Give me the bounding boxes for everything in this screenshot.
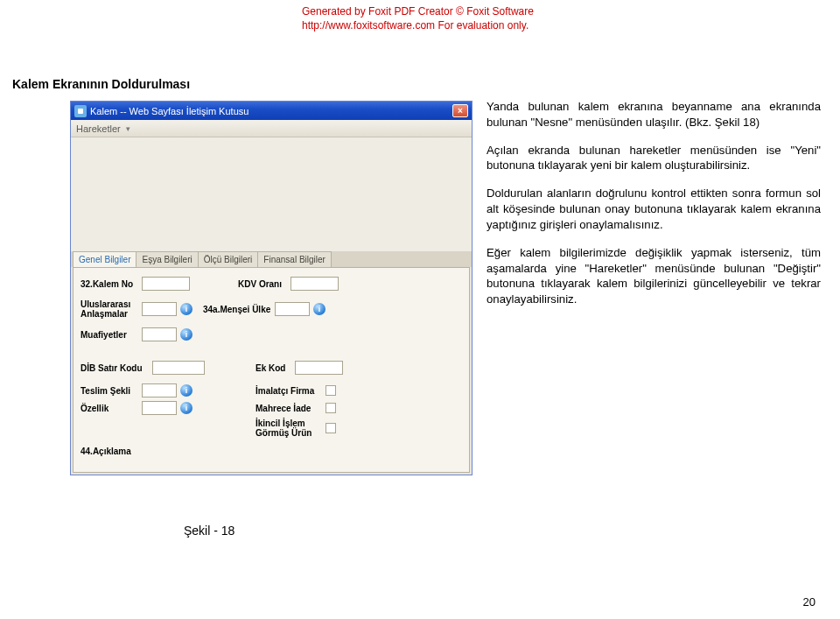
field-dib[interactable] (152, 361, 205, 375)
watermark-line2b: For evaluation only. (435, 19, 528, 32)
field-kalem-no[interactable] (142, 277, 190, 291)
info-icon[interactable]: i (180, 303, 192, 315)
tab-bar: Genel Bilgiler Eşya Bilgileri Ölçü Bilgi… (71, 251, 472, 267)
field-kdv-orani[interactable] (290, 277, 339, 291)
field-muafiyetler[interactable] (142, 327, 177, 341)
watermark-line1a: Generated by Foxit PDF Creator (302, 5, 456, 18)
label-ekkod: Ek Kod (256, 363, 295, 373)
watermark-link: http://www.foxitsoftware.com (302, 19, 435, 32)
tab-genel-bilgiler[interactable]: Genel Bilgiler (73, 251, 136, 267)
label-ozellik: Özellik (80, 404, 142, 413)
checkbox-imalatci[interactable] (326, 385, 336, 396)
description-text: Yanda bulunan kalem ekranına beyanname a… (486, 99, 821, 320)
info-icon[interactable]: i (180, 402, 192, 414)
dialog-upper-area (71, 137, 472, 251)
label-kalem-no: 32.Kalem No (80, 279, 142, 289)
tab-esya-bilgileri[interactable]: Eşya Bilgileri (136, 251, 198, 267)
info-icon[interactable]: i (313, 303, 326, 315)
info-icon[interactable]: i (180, 328, 192, 341)
checkbox-mahrece[interactable] (326, 403, 336, 413)
dialog-title: Kalem -- Web Sayfası İletişim Kutusu (90, 106, 248, 116)
chevron-down-icon: ▾ (126, 124, 130, 133)
label-aciklama: 44.Açıklama (80, 447, 142, 456)
tab-olcu-bilgileri[interactable]: Ölçü Bilgileri (198, 251, 259, 267)
info-icon[interactable]: i (180, 384, 192, 397)
kalem-dialog: Kalem -- Web Sayfası İletişim Kutusu × H… (70, 101, 472, 475)
close-icon: × (458, 106, 463, 116)
figure-caption: Şekil - 18 (184, 524, 234, 538)
label-ikincil: İkincil İşlem Görmüş Ürün (256, 419, 326, 438)
watermark-line1b: © Foxit Software (456, 5, 534, 18)
field-teslim[interactable] (142, 383, 177, 397)
field-mensei[interactable] (275, 302, 310, 316)
dialog-titlebar[interactable]: Kalem -- Web Sayfası İletişim Kutusu × (71, 102, 472, 120)
field-ozellik[interactable] (142, 401, 177, 415)
label-teslim: Teslim Şekli (80, 386, 142, 396)
label-dib: DİB Satır Kodu (80, 363, 152, 373)
field-ekkod[interactable] (295, 361, 343, 375)
form-panel: 32.Kalem No KDV Oranı Uluslararası Anlaş… (73, 267, 470, 473)
page-number: 20 (803, 595, 816, 608)
paragraph-1: Yanda bulunan kalem ekranına beyanname a… (486, 99, 821, 130)
dialog-menubar: Hareketler ▾ (71, 120, 472, 137)
label-imalatci: İmalatçı Firma (256, 386, 326, 396)
close-button[interactable]: × (452, 104, 468, 117)
paragraph-2: Açılan ekranda bulunan hareketler menüsü… (486, 143, 821, 174)
label-kdv-orani: KDV Oranı (238, 279, 290, 289)
label-uluslararasi: Uluslararası Anlaşmalar (80, 299, 142, 319)
checkbox-ikincil[interactable] (326, 423, 336, 433)
app-icon (74, 105, 87, 117)
menu-hareketler[interactable]: Hareketler (76, 123, 121, 134)
paragraph-3: Doldurulan alanların doğrulunu kontrol e… (486, 186, 821, 232)
label-mahrece: Mahrece İade (256, 404, 326, 413)
pdf-watermark: Generated by Foxit PDF Creator © Foxit S… (302, 5, 534, 32)
tab-finansal-bilgiler[interactable]: Finansal Bilgiler (257, 251, 332, 267)
field-uluslararasi[interactable] (142, 302, 177, 316)
paragraph-4: Eğer kalem bilgilerimizde değişiklik yap… (486, 245, 821, 307)
label-mensei: 34a.Menşei Ülke (203, 305, 275, 314)
label-muafiyetler: Muafiyetler (80, 330, 142, 340)
section-heading: Kalem Ekranının Doldurulması (12, 77, 190, 91)
